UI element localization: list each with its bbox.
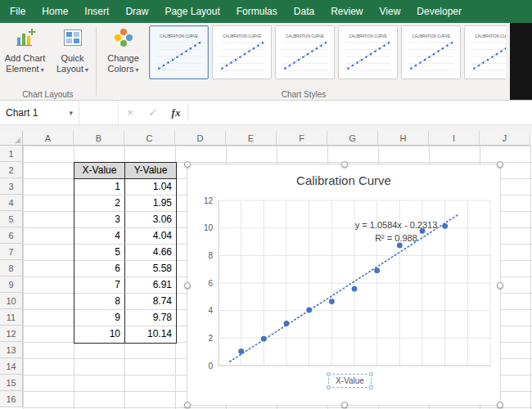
svg-text:8: 8 (208, 251, 213, 260)
table-cell[interactable]: 9 (74, 310, 125, 326)
table-cell[interactable]: 9.78 (125, 310, 176, 326)
row-header-8[interactable]: 8 (0, 260, 23, 276)
column-header-g[interactable]: G (327, 131, 378, 146)
formula-bar: Chart 1 ▾ × ✓ fx (0, 101, 532, 125)
column-header-b[interactable]: B (74, 131, 124, 146)
column-header-f[interactable]: F (277, 131, 327, 146)
row-header-14[interactable]: 14 (0, 358, 23, 375)
x-axis-title[interactable]: X-Value (328, 374, 372, 388)
tab-page-layout[interactable]: Page Layout (156, 0, 228, 23)
row-header-3[interactable]: 3 (0, 178, 23, 195)
chart-style-thumb-6[interactable]: CALIBRATION CURVE (464, 25, 506, 79)
column-header-c[interactable]: C (124, 131, 175, 146)
chart-style-thumb-5[interactable]: CALIBRATION CURVE (401, 25, 461, 79)
table-row: 76.91 (74, 277, 176, 294)
group-chart-layouts: Add Chart Element▾ Quick Layout▾ Chart L… (0, 23, 96, 100)
table-cell[interactable]: 5 (74, 245, 125, 261)
row-header-2[interactable]: 2 (0, 162, 23, 178)
table-cell[interactable]: 6.91 (125, 277, 176, 294)
selection-handle[interactable] (327, 372, 331, 376)
tab-view[interactable]: View (372, 0, 409, 23)
row-header-1[interactable]: 1 (0, 146, 23, 162)
table-cell[interactable]: 8 (74, 294, 125, 310)
chart-style-thumb-4[interactable]: CALIBRATION CURVE (338, 25, 398, 79)
selection-handle[interactable] (369, 372, 373, 376)
tab-file[interactable]: File (2, 0, 34, 23)
tab-review[interactable]: Review (322, 0, 371, 23)
table-cell[interactable]: 6 (74, 261, 125, 277)
column-header-d[interactable]: D (175, 131, 226, 146)
chart-style-thumb-2[interactable]: CALIBRATION CURVE (212, 25, 272, 79)
table-cell[interactable]: 10 (74, 326, 125, 343)
row-header-13[interactable]: 13 (0, 342, 23, 358)
table-cell[interactable]: 3.06 (125, 212, 176, 228)
row-header-5[interactable]: 5 (0, 211, 23, 227)
table-cell[interactable]: 2 (74, 196, 125, 212)
table-cell[interactable]: 1.04 (125, 179, 176, 196)
formula-bar-spacer (79, 101, 119, 124)
row-header-4[interactable]: 4 (0, 195, 23, 211)
selection-handle[interactable] (327, 385, 331, 389)
chart-resize-handle[interactable] (497, 402, 503, 408)
tab-data[interactable]: Data (286, 0, 322, 23)
insert-function-button[interactable]: fx (165, 101, 187, 124)
chart-object[interactable]: Calibration Curve 024681012 y = 1.0584x … (187, 164, 501, 406)
column-header-e[interactable]: E (226, 131, 277, 146)
table-cell[interactable]: 4 (74, 228, 125, 245)
column-header-j[interactable]: J (480, 131, 530, 146)
cell-grid[interactable]: X-ValueY-Value11.0421.9533.0644.0454.666… (23, 146, 532, 409)
selection-handle[interactable] (369, 385, 373, 389)
chart-resize-handle[interactable] (497, 282, 503, 289)
name-box-dropdown-icon[interactable]: ▾ (69, 109, 73, 117)
row-header-6[interactable]: 6 (0, 227, 23, 244)
chart-title[interactable]: Calibration Curve (187, 173, 500, 187)
add-chart-element-button[interactable]: Add Chart Element▾ (2, 25, 48, 87)
chart-style-thumb-3[interactable]: CALIBRATION CURVE (275, 25, 335, 79)
tab-developer[interactable]: Developer (408, 0, 470, 23)
select-all-corner[interactable] (0, 131, 23, 146)
chart-style-thumb-1[interactable]: CALIBRATION CURVE (149, 25, 209, 79)
table-cell[interactable]: 4.66 (125, 245, 176, 261)
tab-insert[interactable]: Insert (76, 0, 117, 23)
table-cell[interactable]: 7 (74, 277, 125, 294)
chart-resize-handle[interactable] (184, 402, 191, 408)
table-cell[interactable]: 5.58 (125, 261, 176, 277)
table-row: 33.06 (74, 212, 176, 228)
cancel-button[interactable]: × (119, 101, 142, 124)
tab-formulas[interactable]: Formulas (228, 0, 286, 23)
table-cell[interactable]: 4.04 (125, 228, 176, 245)
table-row: 21.95 (74, 196, 176, 212)
row-header-16[interactable]: 16 (0, 391, 23, 407)
chart-resize-handle[interactable] (184, 161, 191, 168)
formula-input[interactable] (188, 101, 532, 124)
row-header-15[interactable]: 15 (0, 375, 23, 391)
row-header-10[interactable]: 10 (0, 293, 23, 309)
chart-resize-handle[interactable] (341, 402, 348, 408)
table-cell[interactable]: 8.74 (125, 294, 176, 310)
row-header-9[interactable]: 9 (0, 276, 23, 293)
row-header-7[interactable]: 7 (0, 244, 23, 260)
quick-layout-button[interactable]: Quick Layout▾ (49, 25, 96, 87)
table-cell[interactable]: 10.14 (125, 326, 176, 343)
change-colors-button[interactable]: Change Colors▾ (100, 25, 147, 87)
chart-resize-handle[interactable] (497, 161, 503, 168)
row-header-12[interactable]: 12 (0, 326, 23, 342)
column-header-a[interactable]: A (23, 131, 74, 146)
data-table: X-ValueY-Value11.0421.9533.0644.0454.666… (74, 162, 177, 344)
chart-style-preview: CALIBRATION CURVE (277, 30, 332, 74)
trendline-equation[interactable]: y = 1.0584x - 0.2313 R² = 0.988 (314, 218, 478, 245)
column-header-h[interactable]: H (378, 131, 429, 146)
enter-button[interactable]: ✓ (142, 101, 165, 124)
row-headers: 12345678910111213141516 (0, 146, 23, 407)
chart-resize-handle[interactable] (184, 282, 191, 289)
table-cell[interactable]: 1.95 (125, 196, 176, 212)
chart-resize-handle[interactable] (341, 161, 348, 168)
column-header-i[interactable]: I (429, 131, 480, 146)
table-cell[interactable]: 1 (74, 179, 125, 196)
row-header-11[interactable]: 11 (0, 309, 23, 326)
tab-draw[interactable]: Draw (117, 0, 156, 23)
group-label-chart-styles: Chart Styles (98, 90, 509, 99)
table-cell[interactable]: 3 (74, 212, 125, 228)
name-box[interactable]: Chart 1 ▾ (0, 101, 79, 124)
tab-home[interactable]: Home (34, 0, 76, 23)
